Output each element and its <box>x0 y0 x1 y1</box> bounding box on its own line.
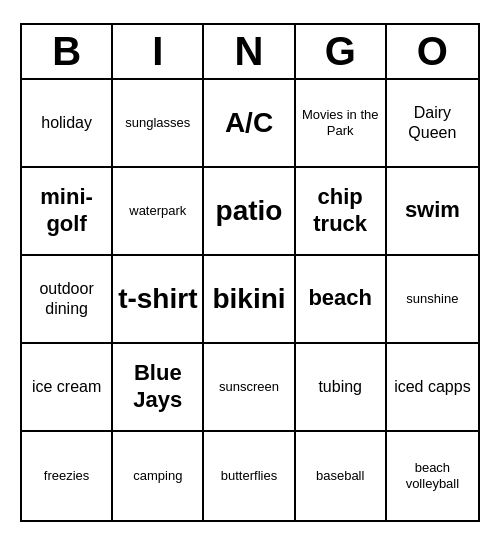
bingo-cell-4: Dairy Queen <box>387 80 478 168</box>
cell-text-22: butterflies <box>221 468 277 484</box>
bingo-card: BINGO holidaysunglassesA/CMovies in the … <box>20 23 480 522</box>
bingo-cell-15: ice cream <box>22 344 113 432</box>
cell-text-9: swim <box>405 197 460 223</box>
cell-text-1: sunglasses <box>125 115 190 131</box>
cell-text-16: Blue Jays <box>117 360 198 413</box>
header-letter-n: N <box>204 25 295 78</box>
bingo-cell-5: mini-golf <box>22 168 113 256</box>
cell-text-3: Movies in the Park <box>300 107 381 138</box>
bingo-cell-24: beach volleyball <box>387 432 478 520</box>
bingo-cell-1: sunglasses <box>113 80 204 168</box>
bingo-cell-19: iced capps <box>387 344 478 432</box>
cell-text-17: sunscreen <box>219 379 279 395</box>
bingo-cell-12: bikini <box>204 256 295 344</box>
bingo-cell-22: butterflies <box>204 432 295 520</box>
bingo-cell-13: beach <box>296 256 387 344</box>
bingo-cell-9: swim <box>387 168 478 256</box>
cell-text-2: A/C <box>225 106 273 140</box>
cell-text-7: patio <box>216 194 283 228</box>
bingo-cell-7: patio <box>204 168 295 256</box>
bingo-cell-20: freezies <box>22 432 113 520</box>
bingo-cell-21: camping <box>113 432 204 520</box>
cell-text-11: t-shirt <box>118 282 197 316</box>
bingo-cell-14: sunshine <box>387 256 478 344</box>
bingo-cell-10: outdoor dining <box>22 256 113 344</box>
cell-text-24: beach volleyball <box>391 460 474 491</box>
cell-text-19: iced capps <box>394 377 471 396</box>
cell-text-12: bikini <box>212 282 285 316</box>
bingo-cell-3: Movies in the Park <box>296 80 387 168</box>
cell-text-5: mini-golf <box>26 184 107 237</box>
header-letter-i: I <box>113 25 204 78</box>
cell-text-6: waterpark <box>129 203 186 219</box>
bingo-cell-6: waterpark <box>113 168 204 256</box>
cell-text-20: freezies <box>44 468 90 484</box>
cell-text-18: tubing <box>318 377 362 396</box>
bingo-cell-18: tubing <box>296 344 387 432</box>
bingo-cell-16: Blue Jays <box>113 344 204 432</box>
bingo-cell-23: baseball <box>296 432 387 520</box>
header-letter-o: O <box>387 25 478 78</box>
bingo-cell-2: A/C <box>204 80 295 168</box>
bingo-cell-0: holiday <box>22 80 113 168</box>
cell-text-23: baseball <box>316 468 364 484</box>
header-letter-g: G <box>296 25 387 78</box>
cell-text-15: ice cream <box>32 377 101 396</box>
cell-text-10: outdoor dining <box>26 279 107 317</box>
bingo-header: BINGO <box>22 25 478 80</box>
cell-text-8: chip truck <box>300 184 381 237</box>
cell-text-21: camping <box>133 468 182 484</box>
bingo-cell-17: sunscreen <box>204 344 295 432</box>
cell-text-0: holiday <box>41 113 92 132</box>
bingo-cell-11: t-shirt <box>113 256 204 344</box>
cell-text-13: beach <box>308 285 372 311</box>
header-letter-b: B <box>22 25 113 78</box>
bingo-grid: holidaysunglassesA/CMovies in the ParkDa… <box>22 80 478 520</box>
cell-text-14: sunshine <box>406 291 458 307</box>
cell-text-4: Dairy Queen <box>391 103 474 141</box>
bingo-cell-8: chip truck <box>296 168 387 256</box>
